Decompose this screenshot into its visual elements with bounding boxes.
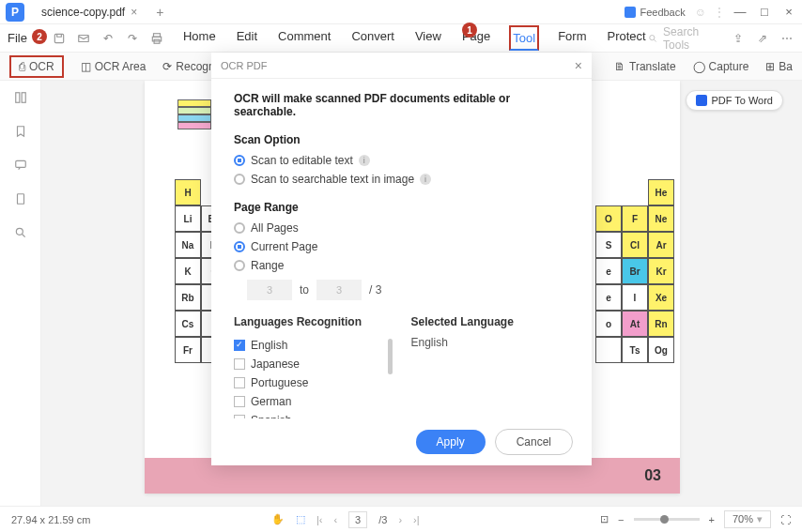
language-list[interactable]: EnglishJapanesePortugueseGermanSpanishFr… — [234, 336, 393, 418]
radio-editable[interactable]: Scan to editable text i — [234, 154, 569, 167]
range-to-label: to — [300, 283, 309, 296]
feedback-button[interactable]: Feedback — [625, 7, 685, 18]
save-icon[interactable] — [52, 31, 67, 46]
element-cell: Br — [622, 258, 648, 284]
upload-icon[interactable]: ⇪ — [731, 31, 746, 46]
search-panel-icon[interactable] — [12, 225, 29, 240]
dialog-header: OCR PDF × — [211, 53, 592, 79]
last-page-button[interactable]: ›| — [413, 514, 420, 525]
attachment-icon[interactable] — [12, 191, 29, 206]
language-label: Spanish — [251, 414, 291, 418]
info-icon[interactable]: i — [359, 155, 370, 166]
zoom-slider[interactable] — [634, 518, 700, 521]
language-option[interactable]: German — [234, 392, 393, 411]
svg-point-10 — [16, 228, 23, 235]
print-icon[interactable] — [149, 31, 164, 46]
menu-tool[interactable]: Tool — [509, 25, 539, 51]
titlebar: P science-copy.pdf × + Feedback ☺ ⋮ — □ … — [0, 0, 802, 24]
language-label: German — [251, 395, 291, 408]
capture-label: Capture — [709, 60, 749, 73]
next-page-button[interactable]: › — [398, 514, 402, 525]
zoom-level[interactable]: 70%▾ — [724, 510, 771, 528]
info-icon[interactable]: i — [420, 174, 431, 185]
comment-icon[interactable] — [12, 158, 29, 173]
element-cell: e — [595, 258, 622, 284]
svg-rect-0 — [54, 34, 63, 42]
zoom-slider-thumb[interactable] — [660, 515, 669, 524]
recognize-icon: ⟳ — [162, 60, 172, 73]
undo-icon[interactable]: ↶ — [100, 31, 116, 46]
prev-page-button[interactable]: ‹ — [333, 514, 337, 525]
element-cell: Na — [175, 232, 201, 258]
ocr-button[interactable]: ⎙ OCR — [9, 55, 64, 78]
radio-current-page[interactable]: Current Page — [234, 240, 569, 253]
more-icon[interactable]: ⋯ — [779, 31, 794, 46]
user-icon[interactable]: ☺ — [695, 6, 706, 19]
current-page-input[interactable]: 3 — [348, 511, 367, 528]
file-menu[interactable]: File — [8, 31, 27, 45]
fit-page-icon[interactable]: ⊡ — [600, 513, 609, 525]
ocr-label: OCR — [29, 60, 54, 73]
close-icon[interactable]: × — [131, 6, 137, 19]
radio-all-pages[interactable]: All Pages — [234, 221, 569, 235]
language-option[interactable]: Portuguese — [234, 373, 393, 392]
radio-range-label: Range — [251, 259, 284, 272]
step-1-badge: 1 — [462, 23, 477, 38]
translate-button[interactable]: 🗎 Translate — [614, 60, 676, 73]
element-cell: S — [595, 232, 622, 258]
range-to-input[interactable] — [316, 280, 362, 300]
svg-rect-6 — [15, 93, 19, 103]
select-tool-icon[interactable]: ⬚ — [296, 513, 305, 525]
maximize-button[interactable]: □ — [757, 5, 772, 19]
menu-edit[interactable]: Edit — [235, 25, 259, 51]
minimize-button[interactable]: — — [733, 5, 748, 19]
share-icon[interactable]: ⇗ — [755, 31, 770, 46]
menu-comment[interactable]: Comment — [276, 25, 332, 51]
statusbar: 27.94 x 21.59 cm ✋ ⬚ |‹ ‹ 3 /3 › ›| ⊡ − … — [0, 506, 802, 532]
bookmark-icon[interactable] — [12, 124, 29, 139]
redo-icon[interactable]: ↷ — [125, 31, 140, 46]
capture-icon: ◯ — [693, 60, 705, 73]
pdf-to-word-button[interactable]: PDF To Word — [686, 90, 783, 111]
element-cell: Cs — [175, 311, 201, 337]
language-option[interactable]: English — [234, 336, 393, 355]
scrollbar-thumb[interactable] — [388, 339, 393, 374]
apply-button[interactable]: Apply — [416, 430, 486, 454]
radio-all-label: All Pages — [251, 221, 299, 235]
language-option[interactable]: Spanish — [234, 411, 393, 418]
radio-range[interactable]: Range — [234, 259, 569, 272]
ocr-area-button[interactable]: ◫ OCR Area — [81, 60, 147, 73]
range-from-input[interactable] — [247, 280, 292, 300]
language-label: Portuguese — [251, 376, 308, 389]
menu-form[interactable]: Form — [556, 25, 588, 51]
range-inputs: to / 3 — [247, 280, 569, 300]
menu-home[interactable]: Home — [181, 25, 218, 51]
search-tools[interactable]: Search Tools — [648, 25, 719, 52]
svg-point-5 — [649, 35, 654, 39]
fullscreen-icon[interactable]: ⛶ — [780, 514, 791, 525]
zoom-in-button[interactable]: + — [709, 514, 715, 525]
close-window-button[interactable]: × — [781, 5, 796, 19]
element-cell: Ne — [648, 205, 674, 232]
dialog-close-button[interactable]: × — [575, 58, 582, 73]
menu-convert[interactable]: Convert — [349, 25, 396, 51]
element-cell: Li — [175, 205, 201, 232]
document-tab[interactable]: science-copy.pdf × — [32, 2, 147, 23]
mail-icon[interactable] — [76, 31, 91, 46]
language-option[interactable]: Japanese — [234, 355, 393, 373]
element-cell: Cl — [622, 232, 648, 258]
recognize-button[interactable]: ⟳ Recogn — [162, 60, 214, 73]
add-tab-button[interactable]: + — [156, 5, 163, 20]
hand-tool-icon[interactable]: ✋ — [271, 513, 285, 525]
batch-button[interactable]: ⊞ Ba — [765, 60, 793, 73]
menu-view[interactable]: View — [413, 25, 443, 51]
thumbnails-icon[interactable] — [12, 90, 29, 105]
first-page-button[interactable]: |‹ — [316, 514, 323, 525]
cancel-button[interactable]: Cancel — [495, 429, 573, 455]
menu-protect[interactable]: Protect — [605, 25, 647, 51]
radio-searchable[interactable]: Scan to searchable text in image i — [234, 173, 569, 186]
zoom-out-button[interactable]: − — [618, 514, 624, 525]
radio-editable-label: Scan to editable text — [251, 154, 353, 167]
capture-button[interactable]: ◯ Capture — [693, 60, 749, 73]
word-icon — [696, 95, 707, 106]
